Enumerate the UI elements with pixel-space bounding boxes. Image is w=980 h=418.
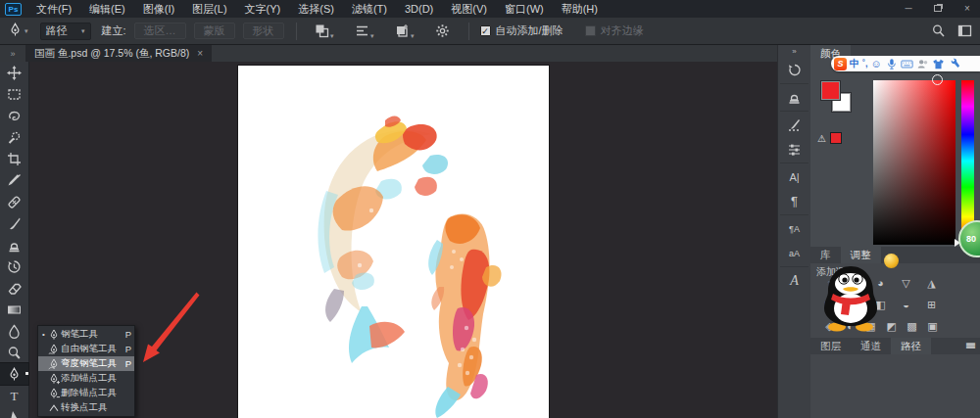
channel-mixer-icon[interactable]: ⊞ bbox=[925, 299, 938, 311]
menu-item-9[interactable]: 窗口(W) bbox=[496, 0, 553, 18]
pen-tool-flyout-menu: •钢笔工具P自由钢笔工具P弯度钢笔工具P添加锚点工具删除锚点工具转换点工具 bbox=[37, 325, 135, 417]
menu-item-0[interactable]: 文件(F) bbox=[27, 0, 80, 18]
chevron-down-icon: ▾ bbox=[24, 27, 28, 35]
menu-item-7[interactable]: 3D(D) bbox=[396, 0, 442, 18]
voice-icon[interactable] bbox=[885, 58, 898, 70]
rectangular-marquee-tool[interactable] bbox=[0, 83, 28, 105]
panel-dock-collapse-icon[interactable]: » bbox=[778, 45, 810, 58]
quick-selection-tool[interactable] bbox=[0, 126, 28, 148]
minimize-icon[interactable]: ─ bbox=[902, 0, 915, 18]
flyout-item-3[interactable]: 添加锚点工具 bbox=[38, 371, 134, 386]
tab-通道[interactable]: 通道 bbox=[851, 338, 891, 354]
color-panel: 颜色 ⚠ bbox=[810, 45, 980, 247]
brush-settings-icon[interactable] bbox=[778, 113, 810, 137]
maximize-icon[interactable] bbox=[931, 0, 945, 18]
photo-filter-icon[interactable]: ◒ bbox=[900, 299, 912, 311]
tool-mode-select[interactable]: 路径 ▾ bbox=[40, 23, 91, 40]
current-tool-dot: • bbox=[40, 330, 47, 339]
auto-add-toggle[interactable]: ✓ 自动添加/删除 bbox=[480, 23, 564, 38]
menu-item-1[interactable]: 编辑(E) bbox=[80, 0, 134, 18]
move-tool[interactable] bbox=[0, 62, 28, 83]
history-brush-tool[interactable] bbox=[0, 255, 28, 277]
gradient-tool[interactable] bbox=[0, 299, 28, 320]
lasso-tool[interactable] bbox=[0, 105, 28, 126]
tab-库[interactable]: 库 bbox=[810, 247, 841, 263]
exposure-icon[interactable]: ▽ bbox=[900, 277, 912, 290]
gradient-map-icon[interactable]: ▩ bbox=[906, 320, 918, 333]
spot-healing-brush-tool[interactable] bbox=[0, 191, 28, 212]
sogou-logo-icon[interactable]: S bbox=[834, 58, 847, 70]
tab-图层[interactable]: 图层 bbox=[810, 338, 851, 354]
sogou-input-bar: S 中 ˚, ☺ bbox=[831, 56, 980, 71]
pen-tool[interactable] bbox=[0, 363, 28, 385]
delete-anchor-icon bbox=[47, 388, 61, 399]
flyout-item-2[interactable]: 弯度钢笔工具P bbox=[38, 356, 134, 371]
gear-icon[interactable] bbox=[435, 23, 450, 38]
blur-tool[interactable] bbox=[0, 320, 28, 342]
koi-fish-artwork bbox=[238, 66, 549, 418]
crop-tool[interactable] bbox=[0, 148, 28, 169]
menu-item-2[interactable]: 图像(I) bbox=[134, 0, 183, 18]
checkbox-checked-icon[interactable]: ✓ bbox=[480, 25, 491, 36]
qq-penguin-icon[interactable] bbox=[819, 264, 882, 337]
close-icon[interactable]: × bbox=[197, 48, 203, 59]
keyboard-icon[interactable] bbox=[901, 58, 913, 70]
brush-tool[interactable] bbox=[0, 212, 28, 234]
character-icon[interactable]: A| bbox=[778, 164, 810, 189]
dodge-tool[interactable] bbox=[0, 342, 28, 363]
history-icon[interactable] bbox=[778, 58, 810, 82]
path-op-icons: ▾▾▾ bbox=[310, 23, 455, 38]
type-tool[interactable]: T bbox=[0, 385, 28, 406]
tool-preset-dropdown[interactable]: ▾ bbox=[8, 23, 28, 39]
menu-item-8[interactable]: 视图(V) bbox=[442, 0, 496, 18]
vibrance-icon[interactable]: ◮ bbox=[925, 277, 938, 290]
paragraph-icon[interactable]: ¶ bbox=[778, 189, 810, 213]
tab-调整[interactable]: 调整 bbox=[841, 247, 881, 263]
glyphs-icon[interactable]: A bbox=[778, 268, 810, 293]
skin-icon[interactable] bbox=[932, 58, 945, 70]
emoji-icon[interactable]: ☺ bbox=[871, 59, 882, 69]
flyout-item-1[interactable]: 自由钢笔工具P bbox=[38, 342, 134, 356]
selective-color-icon[interactable]: ▣ bbox=[926, 320, 939, 333]
flyout-item-5[interactable]: 转换点工具 bbox=[38, 400, 134, 415]
menu-item-3[interactable]: 图层(L) bbox=[183, 0, 235, 18]
gold-bubble-icon[interactable] bbox=[884, 254, 899, 268]
path-operations-icon[interactable]: ▾ bbox=[315, 23, 329, 38]
paragraph-styles-icon[interactable]: aA bbox=[778, 241, 810, 265]
menu-item-5[interactable]: 选择(S) bbox=[289, 0, 343, 18]
workspace-icon[interactable] bbox=[957, 23, 972, 40]
tool-presets-icon[interactable] bbox=[778, 137, 810, 162]
toolbox-icon[interactable] bbox=[948, 58, 960, 70]
close-icon[interactable]: × bbox=[960, 0, 974, 18]
gamut-warning-icon[interactable]: ⚠ bbox=[817, 133, 826, 144]
toolbar-overflow-icon[interactable]: » bbox=[0, 45, 25, 62]
gamut-color-swatch[interactable] bbox=[830, 132, 842, 144]
threshold-icon[interactable]: ◩ bbox=[885, 320, 898, 333]
clone-source-icon[interactable] bbox=[778, 85, 810, 110]
menu-item-4[interactable]: 文字(Y) bbox=[236, 0, 290, 18]
panel-menu-icon[interactable]: ▬▬ bbox=[966, 342, 975, 348]
clone-stamp-tool[interactable] bbox=[0, 234, 28, 255]
account-icon[interactable] bbox=[916, 58, 929, 70]
path-selection-tool[interactable] bbox=[0, 406, 28, 418]
flyout-item-0[interactable]: •钢笔工具P bbox=[38, 327, 134, 342]
flyout-item-4[interactable]: 删除锚点工具 bbox=[38, 386, 134, 400]
eyedropper-tool[interactable] bbox=[0, 169, 28, 191]
search-icon[interactable] bbox=[931, 23, 946, 40]
curvature-pen-icon bbox=[47, 358, 61, 370]
eraser-tool[interactable] bbox=[0, 277, 28, 299]
canvas[interactable] bbox=[238, 66, 549, 418]
document-tab[interactable]: 国画 鱼.psd @ 17.5% (鱼, RGB/8) × bbox=[25, 45, 212, 62]
chinese-mode-icon[interactable]: 中 bbox=[850, 57, 859, 70]
character-styles-icon[interactable]: ¶A bbox=[778, 216, 810, 241]
path-arrange-icon[interactable]: ▾ bbox=[395, 23, 410, 38]
tab-路径[interactable]: 路径 bbox=[891, 338, 931, 354]
path-alignment-icon[interactable]: ▾ bbox=[355, 23, 369, 38]
saturation-brightness-field[interactable] bbox=[873, 80, 956, 245]
paths-panel-content[interactable] bbox=[810, 354, 980, 418]
menu-item-6[interactable]: 滤镜(T) bbox=[343, 0, 396, 18]
punctuation-icon[interactable]: ˚, bbox=[862, 59, 868, 69]
color-picker-marker[interactable] bbox=[932, 74, 943, 85]
menu-item-10[interactable]: 帮助(H) bbox=[553, 0, 607, 18]
foreground-color-swatch[interactable] bbox=[821, 81, 840, 100]
